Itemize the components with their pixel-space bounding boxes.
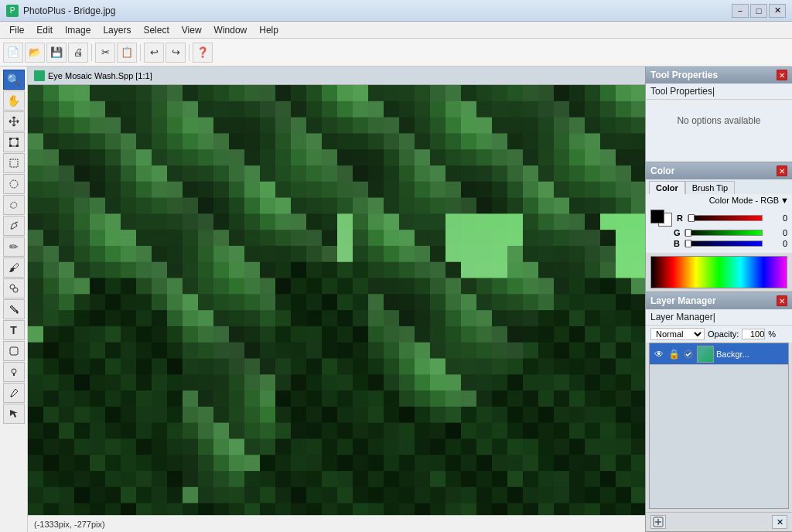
menu-help[interactable]: Help [253,23,285,37]
g-value[interactable]: 0 [766,228,787,237]
color-tab-brushtip[interactable]: Brush Tip [685,181,735,194]
opacity-input[interactable] [742,329,765,339]
transform-tool[interactable] [3,132,25,152]
svg-line-7 [15,222,18,223]
undo-button[interactable]: ↩ [144,43,164,63]
g-slider-thumb[interactable] [685,229,691,237]
redo-button[interactable]: ↪ [166,43,186,63]
ellipse-select-tool[interactable] [3,174,25,194]
minimize-button[interactable]: − [732,4,749,18]
tool-properties-title: Tool Properties [650,70,718,80]
layer-blend-row: Normal Opacity: % [646,326,792,343]
menu-select[interactable]: Select [137,23,175,37]
menu-edit[interactable]: Edit [30,23,59,37]
layer-list[interactable]: 👁 🔒 Backgr... [649,343,789,509]
lasso-tool[interactable] [3,195,25,215]
color-tab-color[interactable]: Color [649,181,685,194]
pen-tool[interactable] [3,216,25,236]
pan-tool[interactable]: ✋ [3,90,25,111]
arrow-tool[interactable] [3,404,25,424]
menu-view[interactable]: View [176,23,208,37]
menu-window[interactable]: Window [208,23,254,37]
tool-properties-titlebar: Tool Properties| [646,84,792,100]
close-button[interactable]: ✕ [769,4,786,18]
svg-rect-5 [10,159,18,167]
save-button[interactable]: 💾 [46,43,67,63]
print-button[interactable]: 🖨 [68,43,88,63]
color-g-row: G 0 [674,228,787,237]
maximize-button[interactable]: □ [750,4,767,18]
svg-point-13 [10,396,12,397]
fill-tool[interactable] [3,299,25,319]
add-layer-button[interactable] [650,515,666,529]
dropper-tool[interactable] [3,383,25,403]
menu-layers[interactable]: Layers [97,23,137,37]
image-canvas[interactable] [28,85,645,532]
svg-rect-4 [16,145,19,147]
title-bar: P PhotoPlus - Bridge.jpg − □ ✕ [0,0,792,22]
text-tool[interactable]: T [3,320,25,340]
move-tool[interactable] [3,111,25,131]
color-mode-row: Color Mode - RGB ▼ [646,194,792,206]
layer-manager-title: Layer Manager [650,295,716,306]
layer-effect-icon[interactable] [682,348,695,360]
r-label: R [677,213,684,223]
menu-bar: File Edit Image Layers Select View Windo… [0,22,792,39]
layer-manager-close[interactable]: ✕ [777,295,787,306]
b-slider[interactable] [684,240,763,247]
g-label: G [674,228,681,237]
canvas-content[interactable]: (-1333pix, -277pix) [28,85,645,532]
tool-properties-panel: Tool Properties ✕ Tool Properties| No op… [645,66,792,162]
menu-image[interactable]: Image [59,23,97,37]
clone-tool[interactable] [3,278,25,298]
svg-rect-10 [10,347,18,355]
color-tabs: Color Brush Tip [646,179,792,194]
zoom-tool[interactable]: 🔍 [3,70,25,90]
blend-mode-select[interactable]: Normal [650,328,705,340]
foreground-color[interactable] [650,210,664,223]
toolbar-separator-2 [140,44,141,61]
svg-point-11 [12,369,16,373]
svg-rect-12 [13,373,15,376]
r-value[interactable]: 0 [766,213,787,223]
color-r-row: R 0 [650,210,787,227]
g-slider[interactable] [684,230,763,236]
tool-properties-close[interactable]: ✕ [777,70,787,80]
layer-item[interactable]: 👁 🔒 Backgr... [650,343,788,365]
coordinates: (-1333pix, -277pix) [34,520,105,529]
copy-button[interactable]: 📋 [117,43,137,63]
help-button[interactable]: ❓ [193,43,213,63]
open-button[interactable]: 📂 [25,43,45,63]
rect-select-tool[interactable] [3,153,25,173]
color-spectrum[interactable] [650,256,787,288]
color-panel-title: Color [650,165,674,176]
r-slider[interactable] [688,215,763,221]
layer-name[interactable]: Backgr... [716,350,785,359]
color-sliders: R 0 G 0 B [646,206,792,253]
shape-tool[interactable] [3,341,25,361]
b-value[interactable]: 0 [766,239,787,248]
delete-layer-button[interactable]: ✕ [772,515,787,529]
pencil-tool[interactable]: ✏ [3,237,25,257]
b-slider-thumb[interactable] [685,240,691,247]
canvas-tab[interactable]: Eye Mosaic Wash.Spp [1:1] [28,66,645,85]
cut-button[interactable]: ✂ [95,43,115,63]
menu-file[interactable]: File [3,23,30,37]
dodge-tool[interactable] [3,362,25,382]
svg-rect-3 [9,145,12,147]
svg-point-9 [13,288,18,292]
toolbar-separator-1 [91,44,92,61]
r-slider-thumb[interactable] [688,214,695,222]
layer-lock-icon[interactable]: 🔒 [667,348,680,360]
canvas-tab-icon [34,70,45,81]
color-panel-close[interactable]: ✕ [777,165,787,176]
color-mode-label: Color Mode - RGB [709,196,779,205]
color-mode-dropdown-icon[interactable]: ▼ [780,196,789,205]
new-button[interactable]: 📄 [3,43,23,63]
color-swatches[interactable] [650,210,672,227]
svg-point-6 [10,180,18,188]
brush-tool[interactable]: 🖌 [3,257,25,278]
window-title: PhotoPlus - Bridge.jpg [23,5,115,16]
toolbox: 🔍 ✋ ✏ 🖌 T [0,66,28,532]
layer-visibility-icon[interactable]: 👁 [653,348,665,360]
